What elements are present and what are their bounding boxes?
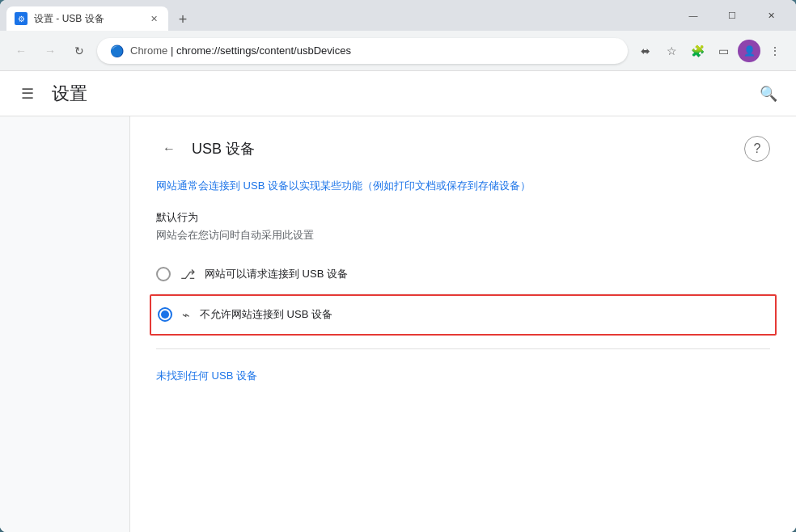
window-controls: — ☐ ✕ bbox=[675, 2, 790, 28]
settings-page: ☰ 设置 🔍 ← USB 设备 ? bbox=[0, 71, 796, 532]
sidebar-button[interactable]: ▭ bbox=[712, 40, 735, 62]
usb-page-title: USB 设备 bbox=[192, 139, 744, 158]
back-arrow-icon: ← bbox=[163, 141, 176, 156]
refresh-button[interactable]: ↻ bbox=[68, 40, 91, 62]
settings-main: ← USB 设备 ? 网站通常会连接到 USB 设备以实现某些功能（例如打印文档… bbox=[129, 116, 796, 532]
usb-description: 网站通常会连接到 USB 设备以实现某些功能（例如打印文档或保存到存储设备） bbox=[156, 178, 770, 194]
address-actions: ⬌ ☆ 🧩 ▭ 👤 ⋮ bbox=[634, 40, 786, 62]
hamburger-icon: ☰ bbox=[21, 85, 34, 103]
secure-icon: 🔵 bbox=[110, 44, 124, 57]
allow-usb-option[interactable]: ⎇ 网站可以请求连接到 USB 设备 bbox=[156, 255, 770, 294]
tab-favicon: ⚙ bbox=[15, 12, 28, 25]
back-nav-button[interactable]: ← bbox=[10, 40, 32, 62]
url-text: chrome://settings/content/usbDevices bbox=[176, 44, 351, 57]
settings-content: ← USB 设备 ? 网站通常会连接到 USB 设备以实现某些功能（例如打印文档… bbox=[0, 116, 796, 532]
settings-header: ☰ 设置 🔍 bbox=[0, 71, 796, 116]
block-usb-option[interactable]: ⌁ 不允许网站连接到 USB 设备 bbox=[158, 296, 768, 334]
close-button[interactable]: ✕ bbox=[752, 2, 790, 28]
no-devices-text: 未找到任何 USB 设备 bbox=[156, 369, 770, 383]
search-icon: 🔍 bbox=[760, 85, 777, 103]
bookmark-button[interactable]: ☆ bbox=[660, 40, 683, 62]
block-usb-option-container: ⌁ 不允许网站连接到 USB 设备 bbox=[150, 294, 777, 336]
usb-allow-icon: ⎇ bbox=[180, 267, 195, 282]
settings-sidebar bbox=[0, 116, 129, 532]
forward-nav-button[interactable]: → bbox=[39, 40, 61, 62]
settings-search-button[interactable]: 🔍 bbox=[754, 79, 783, 108]
title-bar: ⚙ 设置 - USB 设备 ✕ + — ☐ ✕ bbox=[0, 0, 796, 31]
hamburger-button[interactable]: ☰ bbox=[13, 79, 42, 108]
block-usb-label: 不允许网站连接到 USB 设备 bbox=[200, 307, 332, 322]
default-behavior-label: 默认行为 bbox=[156, 210, 770, 225]
usb-back-button[interactable]: ← bbox=[156, 136, 182, 162]
minimize-button[interactable]: — bbox=[675, 2, 712, 28]
allow-usb-label: 网站可以请求连接到 USB 设备 bbox=[205, 267, 348, 281]
section-divider bbox=[156, 348, 770, 349]
help-icon: ? bbox=[754, 141, 761, 156]
chrome-label: Chrome bbox=[130, 44, 167, 57]
address-text: Chrome | chrome://settings/content/usbDe… bbox=[130, 44, 615, 57]
address-input[interactable]: 🔵 Chrome | chrome://settings/content/usb… bbox=[97, 38, 628, 64]
usb-block-icon: ⌁ bbox=[182, 307, 190, 323]
tab-title: 设置 - USB 设备 bbox=[34, 12, 141, 26]
usb-page-header: ← USB 设备 ? bbox=[156, 136, 770, 162]
menu-button[interactable]: ⋮ bbox=[764, 40, 786, 62]
extensions-button[interactable]: 🧩 bbox=[686, 40, 709, 62]
active-tab[interactable]: ⚙ 设置 - USB 设备 ✕ bbox=[6, 6, 168, 31]
auto-apply-label: 网站会在您访问时自动采用此设置 bbox=[156, 228, 770, 243]
address-bar: ← → ↻ 🔵 Chrome | chrome://settings/conte… bbox=[0, 31, 796, 71]
maximize-button[interactable]: ☐ bbox=[713, 2, 751, 28]
browser-window: ⚙ 设置 - USB 设备 ✕ + — ☐ ✕ ← → ↻ 🔵 bbox=[0, 0, 796, 532]
profile-button[interactable]: 👤 bbox=[738, 40, 760, 62]
tab-close-button[interactable]: ✕ bbox=[147, 12, 160, 25]
tab-area: ⚙ 设置 - USB 设备 ✕ + bbox=[6, 0, 675, 31]
settings-page-title: 设置 bbox=[52, 82, 87, 106]
share-button[interactable]: ⬌ bbox=[634, 40, 657, 62]
help-button[interactable]: ? bbox=[744, 136, 770, 162]
allow-radio-button[interactable] bbox=[156, 267, 171, 281]
new-tab-button[interactable]: + bbox=[171, 8, 194, 31]
block-radio-button[interactable] bbox=[158, 307, 172, 322]
